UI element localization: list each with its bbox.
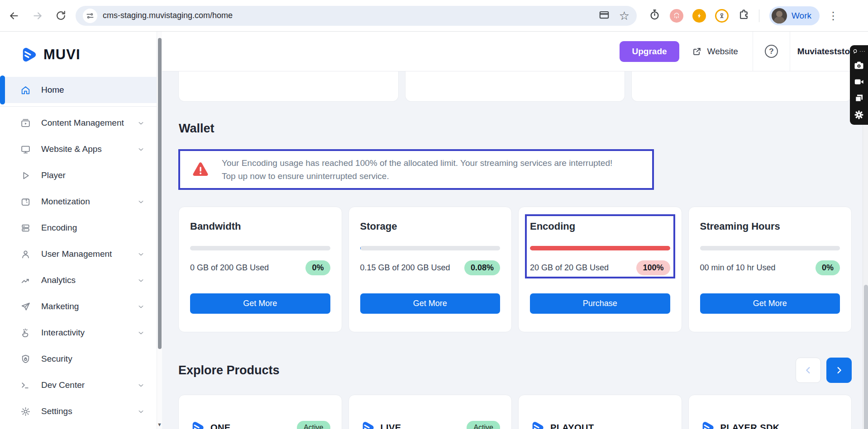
- browser-menu-icon[interactable]: ⋮: [828, 9, 839, 22]
- url-text[interactable]: cms-staging.muvistaging.com/home: [103, 11, 593, 20]
- bookmark-star-icon[interactable]: ☆: [619, 10, 630, 22]
- encoding-alert-banner: Your Encoding usage has reached 100% of …: [178, 149, 654, 190]
- sidebar-item-dev-center[interactable]: Dev Center: [0, 372, 157, 398]
- status-badge: Active: [467, 421, 500, 429]
- sidebar-item-security[interactable]: Security: [0, 346, 157, 372]
- page-scrollbar[interactable]: [863, 71, 868, 429]
- screenshot-camera-icon[interactable]: [853, 60, 865, 71]
- app-header: Upgrade Website ? Muviateststo: [162, 32, 868, 71]
- bolt-extension-icon[interactable]: [692, 9, 706, 23]
- partial-card: [178, 71, 399, 102]
- avatar: [772, 8, 787, 24]
- home-icon: [20, 85, 31, 96]
- product-card-live[interactable]: LIVE Active: [348, 395, 512, 429]
- forward-icon[interactable]: [32, 10, 43, 22]
- storage-progress: [360, 246, 501, 250]
- header-divider: [753, 32, 753, 71]
- alert-text: Your Encoding usage has reached 100% of …: [222, 156, 612, 183]
- sidebar-item-interactivity[interactable]: Interactivity: [0, 320, 157, 346]
- percent-badge: 0%: [305, 260, 330, 275]
- sidebar-item-website-apps[interactable]: Website & Apps: [0, 136, 157, 162]
- chevron-down-icon: [137, 119, 145, 127]
- bandwidth-get-more-button[interactable]: Get More: [190, 293, 330, 314]
- bandwidth-progress: [190, 246, 330, 250]
- dev-center-icon: [20, 380, 31, 391]
- encoding-progress: [530, 246, 670, 250]
- carousel-next-button[interactable]: [826, 358, 852, 383]
- carousel-prev-button[interactable]: [796, 358, 821, 383]
- toolbar-separator: [759, 9, 759, 22]
- encoding-card: Encoding 20 GB of 20 GB Used 100% Purcha…: [518, 207, 682, 332]
- product-card-playout[interactable]: PLAYOUT: [518, 395, 682, 429]
- profile-name: Work: [792, 11, 811, 21]
- user-management-icon: [20, 249, 31, 260]
- muvi-logo-icon: [20, 46, 37, 63]
- analytics-icon: [20, 275, 31, 286]
- product-card-one[interactable]: ONE Active: [178, 395, 342, 429]
- chevron-down-icon: [137, 146, 145, 153]
- chevron-down-icon: [137, 329, 145, 337]
- reload-icon[interactable]: [55, 10, 67, 21]
- status-badge: Active: [297, 421, 330, 429]
- help-icon[interactable]: ?: [765, 45, 778, 58]
- site-info-icon[interactable]: [83, 9, 97, 23]
- back-icon[interactable]: [8, 10, 20, 22]
- wallet-title: Wallet: [179, 122, 852, 136]
- sidebar-item-settings[interactable]: Settings: [0, 398, 157, 424]
- sidebar-item-monetization[interactable]: Monetization: [0, 189, 157, 215]
- settings-icon: [20, 406, 31, 417]
- record-video-icon[interactable]: [853, 77, 865, 87]
- website-link[interactable]: Website: [692, 47, 738, 57]
- sidebar-item-content-management[interactable]: Content Management: [0, 110, 157, 136]
- muvi-logo: MUVI: [0, 32, 157, 77]
- main-area: Upgrade Website ? Muviateststo Wallet Yo…: [162, 32, 868, 429]
- monetization-icon: [20, 196, 31, 207]
- saved-cards-icon[interactable]: [598, 9, 610, 23]
- account-name[interactable]: Muviateststo: [797, 47, 850, 57]
- sidebar-scrollbar-thumb[interactable]: [158, 38, 162, 349]
- sidebar-item-encoding[interactable]: Encoding: [0, 215, 157, 241]
- browser-chrome: cms-staging.muvistaging.com/home ☆ Work …: [0, 0, 868, 32]
- warning-icon: [191, 160, 210, 179]
- external-link-icon: [692, 47, 702, 57]
- header-divider: [790, 32, 790, 71]
- browser-profile-chip[interactable]: Work: [769, 6, 820, 25]
- sidebar-item-marketing[interactable]: Marketing: [0, 293, 157, 320]
- sidebar-scrollbar[interactable]: ▼: [157, 32, 162, 429]
- camera-extension-icon[interactable]: [715, 9, 729, 23]
- percent-badge: 0.08%: [464, 260, 500, 275]
- website-apps-icon: [20, 144, 31, 155]
- sidebar-item-user-management[interactable]: User Management: [0, 241, 157, 267]
- usage-cards-row: Bandwidth 0 GB of 200 GB Used 0% Get Mor…: [178, 207, 852, 332]
- chevron-down-icon: [137, 198, 145, 206]
- pink-extension-icon[interactable]: [670, 9, 683, 23]
- muvi-product-logo-icon: [360, 420, 375, 429]
- address-bar[interactable]: cms-staging.muvistaging.com/home ☆: [76, 6, 637, 26]
- sidebar-divider: [0, 106, 157, 107]
- windows-capture-icon[interactable]: [854, 93, 865, 104]
- storage-get-more-button[interactable]: Get More: [360, 293, 501, 314]
- chevron-right-icon: [834, 365, 844, 375]
- upgrade-button[interactable]: Upgrade: [620, 41, 679, 62]
- capture-settings-gear-icon[interactable]: [854, 109, 864, 120]
- percent-badge: 0%: [816, 260, 840, 275]
- sidebar-item-analytics[interactable]: Analytics: [0, 267, 157, 293]
- capture-more-icon[interactable]: ···: [859, 49, 866, 54]
- sidebar-item-home[interactable]: Home: [0, 77, 157, 103]
- scrollbar-down-arrow[interactable]: ▼: [157, 422, 162, 427]
- security-icon: [20, 354, 31, 365]
- page-scrollbar-thumb[interactable]: [864, 285, 868, 429]
- extensions-puzzle-icon[interactable]: [738, 9, 750, 23]
- streaming-get-more-button[interactable]: Get More: [700, 293, 840, 314]
- capture-extension-toolbar: ···: [850, 45, 868, 125]
- product-card-player-sdk[interactable]: PLAYER SDK: [688, 395, 852, 429]
- capture-logo-icon: [852, 48, 858, 54]
- storage-card: Storage 0.15 GB of 200 GB Used 0.08% Get…: [348, 207, 512, 332]
- timer-extension-icon[interactable]: [649, 9, 661, 23]
- explore-products-title: Explore Products: [178, 363, 280, 377]
- sidebar-item-player[interactable]: Player: [0, 162, 157, 189]
- brand-name: MUVI: [43, 47, 81, 63]
- products-row: ONE Active LIVE Active PLAYOUT PLAYER SD…: [178, 395, 852, 429]
- encoding-purchase-button[interactable]: Purchase: [530, 293, 670, 314]
- muvi-product-logo-icon: [530, 420, 544, 429]
